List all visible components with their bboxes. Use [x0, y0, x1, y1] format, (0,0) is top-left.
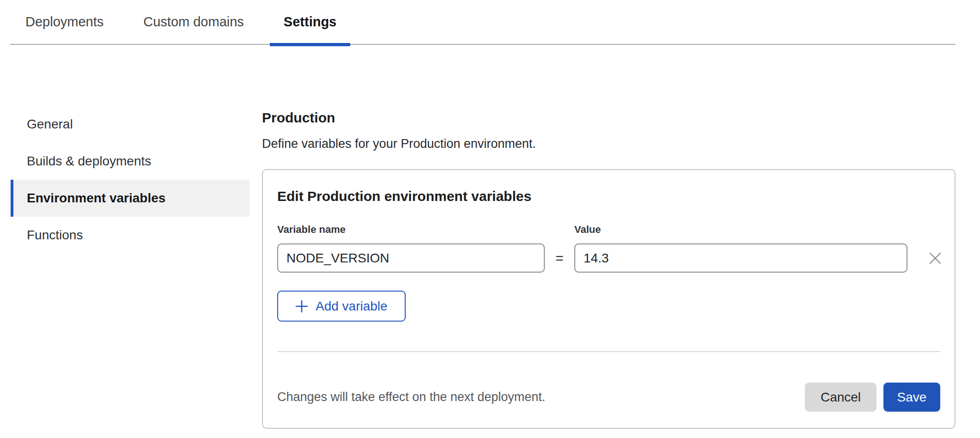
- add-variable-label: Add variable: [316, 299, 388, 314]
- x-icon: [929, 252, 942, 265]
- save-button[interactable]: Save: [883, 383, 940, 412]
- page-subtitle: Define variables for your Production env…: [262, 138, 956, 150]
- tab-custom-domains[interactable]: Custom domains: [129, 0, 258, 44]
- tab-settings[interactable]: Settings: [270, 0, 350, 44]
- field-labels-row: Variable name Value: [277, 225, 940, 235]
- environment-variables-card: Edit Production environment variables Va…: [262, 169, 956, 429]
- value-label: Value: [574, 225, 907, 235]
- plus-icon: [295, 300, 308, 313]
- tab-deployments[interactable]: Deployments: [12, 0, 117, 44]
- deployment-note: Changes will take effect on the next dep…: [277, 390, 545, 404]
- cancel-button[interactable]: Cancel: [805, 383, 877, 412]
- footer-actions: Cancel Save: [805, 383, 940, 412]
- footer-divider: [277, 351, 940, 352]
- sidebar-item-builds-deployments[interactable]: Builds & deployments: [11, 143, 250, 180]
- variable-name-label: Variable name: [277, 225, 545, 235]
- card-footer: Changes will take effect on the next dep…: [277, 383, 940, 412]
- remove-variable-button[interactable]: [927, 250, 943, 266]
- variable-value-input[interactable]: [574, 243, 907, 273]
- variable-row: =: [277, 243, 940, 273]
- sidebar-item-environment-variables[interactable]: Environment variables: [11, 180, 250, 217]
- variable-name-input[interactable]: [277, 243, 545, 273]
- settings-sidebar: General Builds & deployments Environment…: [11, 106, 250, 254]
- card-title: Edit Production environment variables: [277, 189, 940, 203]
- sidebar-item-general[interactable]: General: [11, 106, 250, 143]
- main-content: Production Define variables for your Pro…: [262, 111, 956, 429]
- page-title: Production: [262, 111, 956, 125]
- add-variable-button[interactable]: Add variable: [277, 291, 406, 322]
- equals-sign: =: [545, 250, 574, 266]
- tab-bar: Deployments Custom domains Settings: [10, 0, 956, 45]
- sidebar-item-functions[interactable]: Functions: [11, 217, 250, 254]
